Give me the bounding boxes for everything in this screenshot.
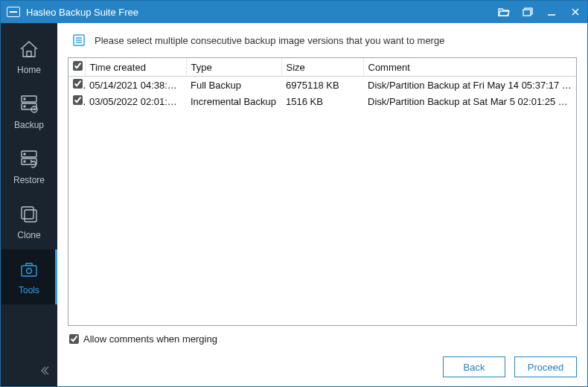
server-restore-icon <box>16 148 42 170</box>
table-row[interactable]: 03/05/2022 02:01:29 ... Incremental Back… <box>68 93 576 109</box>
collapse-sidebar-icon[interactable] <box>39 365 50 379</box>
versions-table: Time created Type Size Comment <box>68 57 577 326</box>
titlebar: Hasleo Backup Suite Free <box>1 1 587 23</box>
instruction-row: Please select multiple consecutive backu… <box>68 33 577 57</box>
table-header-row: Time created Type Size Comment <box>68 58 576 77</box>
proceed-button[interactable]: Proceed <box>514 356 577 377</box>
cell-time: 05/14/2021 04:38:59 ... <box>85 77 186 93</box>
close-icon[interactable] <box>569 6 581 18</box>
app-logo-icon <box>7 7 20 17</box>
cell-comment: Disk/Partition Backup at Fri May 14 05:3… <box>363 77 576 93</box>
col-time[interactable]: Time created <box>85 58 186 77</box>
svg-point-9 <box>24 106 25 107</box>
sidebar-item-restore[interactable]: Restore <box>1 139 57 194</box>
col-comment[interactable]: Comment <box>363 58 576 77</box>
table-row[interactable]: 05/14/2021 04:38:59 ... Full Backup 6975… <box>68 77 576 93</box>
instruction-text: Please select multiple consecutive backu… <box>95 35 444 46</box>
col-type[interactable]: Type <box>186 58 281 77</box>
allow-comments-checkbox[interactable] <box>69 334 79 344</box>
app-title: Hasleo Backup Suite Free <box>26 7 498 18</box>
restore-window-icon[interactable] <box>522 6 534 18</box>
sidebar-item-label: Clone <box>17 230 40 240</box>
svg-rect-1 <box>523 10 531 16</box>
main-panel: Please select multiple consecutive backu… <box>57 23 587 386</box>
svg-point-14 <box>24 161 25 162</box>
back-button[interactable]: Back <box>443 356 505 377</box>
cell-type: Full Backup <box>186 77 281 93</box>
svg-rect-5 <box>27 51 31 57</box>
home-icon <box>16 38 42 60</box>
allow-comments-label: Allow comments when merging <box>83 333 217 345</box>
row-checkbox[interactable] <box>73 79 83 89</box>
footer-buttons: Back Proceed <box>68 345 577 377</box>
svg-rect-15 <box>22 207 33 219</box>
app-window: Hasleo Backup Suite Free <box>0 0 588 387</box>
document-list-icon <box>72 33 86 47</box>
col-size[interactable]: Size <box>281 58 363 77</box>
row-checkbox[interactable] <box>73 95 83 105</box>
clone-icon <box>16 203 42 226</box>
header-select-all[interactable] <box>68 58 85 77</box>
svg-point-8 <box>24 98 25 100</box>
select-all-checkbox[interactable] <box>73 61 83 71</box>
sidebar-item-backup[interactable]: Backup <box>1 84 57 139</box>
minimize-icon[interactable] <box>546 6 557 18</box>
cell-time: 03/05/2022 02:01:29 ... <box>85 93 186 109</box>
cell-size: 1516 KB <box>281 93 363 109</box>
sidebar-item-clone[interactable]: Clone <box>1 194 57 249</box>
sidebar-item-home[interactable]: Home <box>1 29 57 84</box>
cell-comment: Disk/Partition Backup at Sat Mar 5 02:01… <box>363 93 576 109</box>
server-backup-icon <box>16 93 42 115</box>
merge-option-row: Allow comments when merging <box>68 326 577 345</box>
body: Home Backup Restore Clone <box>1 23 587 386</box>
sidebar-item-tools[interactable]: Tools <box>1 249 57 304</box>
open-folder-icon[interactable] <box>498 6 510 18</box>
cell-type: Incremental Backup <box>186 93 281 109</box>
sidebar-item-label: Restore <box>13 175 45 185</box>
tools-icon <box>16 258 42 281</box>
sidebar: Home Backup Restore Clone <box>1 23 57 386</box>
window-controls <box>498 6 581 18</box>
sidebar-item-label: Tools <box>19 285 39 295</box>
svg-rect-16 <box>25 210 36 222</box>
cell-size: 6975118 KB <box>281 77 363 93</box>
sidebar-item-label: Home <box>17 65 41 75</box>
svg-rect-17 <box>22 266 36 276</box>
sidebar-item-label: Backup <box>14 120 44 130</box>
svg-point-13 <box>24 153 25 155</box>
